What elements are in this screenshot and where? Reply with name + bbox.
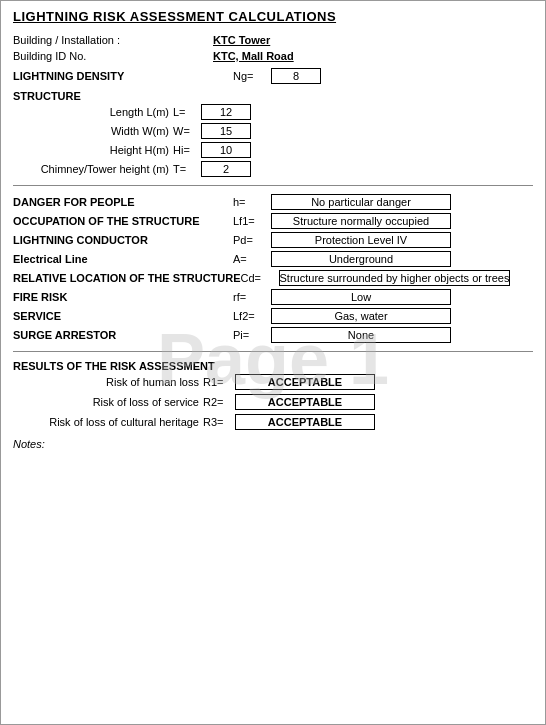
- param-label-5: FIRE RISK: [13, 291, 233, 303]
- param-label-6: SERVICE: [13, 310, 233, 322]
- param-row-0: DANGER FOR PEOPLEh=No particular danger: [13, 194, 533, 210]
- height-row: Height H(m) Hi= 10: [13, 142, 533, 158]
- param-row-1: OCCUPATION OF THE STRUCTURELf1=Structure…: [13, 213, 533, 229]
- param-row-2: LIGHTNING CONDUCTORPd=Protection Level I…: [13, 232, 533, 248]
- param-value-4: Structure surrounded by higher objects o…: [279, 270, 511, 286]
- param-value-5: Low: [271, 289, 451, 305]
- chimney-eq: T=: [173, 163, 201, 175]
- param-label-1: OCCUPATION OF THE STRUCTURE: [13, 215, 233, 227]
- result-name-2: Risk of loss of cultural heritage: [13, 416, 203, 428]
- result-eq-1: R2=: [203, 396, 235, 408]
- building-id-value: KTC, Mall Road: [213, 50, 294, 62]
- param-eq-7: Pi=: [233, 329, 271, 341]
- length-eq: L=: [173, 106, 201, 118]
- chimney-label: Chimney/Tower height (m): [13, 163, 173, 175]
- result-eq-2: R3=: [203, 416, 235, 428]
- result-row-1: Risk of loss of serviceR2=ACCEPTABLE: [13, 394, 533, 410]
- param-eq-4: Cd=: [241, 272, 279, 284]
- lightning-density-value: 8: [271, 68, 321, 84]
- param-row-7: SURGE ARRESTORPi=None: [13, 327, 533, 343]
- param-row-6: SERVICELf2=Gas, water: [13, 308, 533, 324]
- length-row: Length L(m) L= 12: [13, 104, 533, 120]
- param-eq-0: h=: [233, 196, 271, 208]
- page-title: LIGHTNING RISK ASSESSMENT CALCULATIONS: [13, 9, 533, 24]
- result-value-1: ACCEPTABLE: [235, 394, 375, 410]
- result-row-2: Risk of loss of cultural heritageR3=ACCE…: [13, 414, 533, 430]
- param-eq-1: Lf1=: [233, 215, 271, 227]
- param-eq-2: Pd=: [233, 234, 271, 246]
- chimney-row: Chimney/Tower height (m) T= 2: [13, 161, 533, 177]
- notes-label: Notes:: [13, 438, 533, 450]
- divider-2: [13, 351, 533, 352]
- param-label-2: LIGHTNING CONDUCTOR: [13, 234, 233, 246]
- length-label: Length L(m): [13, 106, 173, 118]
- results-title: RESULTS OF THE RISK ASSESSMENT: [13, 360, 533, 372]
- result-row-0: Risk of human lossR1=ACCEPTABLE: [13, 374, 533, 390]
- width-row: Width W(m) W= 15: [13, 123, 533, 139]
- param-row-5: FIRE RISKrf=Low: [13, 289, 533, 305]
- param-value-3: Underground: [271, 251, 451, 267]
- result-eq-0: R1=: [203, 376, 235, 388]
- width-label: Width W(m): [13, 125, 173, 137]
- height-eq: Hi=: [173, 144, 201, 156]
- param-value-6: Gas, water: [271, 308, 451, 324]
- param-value-7: None: [271, 327, 451, 343]
- lightning-density-row: LIGHTNING DENSITY Ng= 8: [13, 68, 533, 84]
- results-container: Risk of human lossR1=ACCEPTABLERisk of l…: [13, 374, 533, 430]
- param-label-0: DANGER FOR PEOPLE: [13, 196, 233, 208]
- param-row-4: RELATIVE LOCATION OF THE STRUCTURECd=Str…: [13, 270, 533, 286]
- param-value-0: No particular danger: [271, 194, 451, 210]
- result-name-1: Risk of loss of service: [13, 396, 203, 408]
- params-container: DANGER FOR PEOPLEh=No particular dangerO…: [13, 194, 533, 343]
- lightning-density-eq: Ng=: [233, 70, 271, 82]
- result-name-0: Risk of human loss: [13, 376, 203, 388]
- chimney-value: 2: [201, 161, 251, 177]
- param-eq-6: Lf2=: [233, 310, 271, 322]
- divider-1: [13, 185, 533, 186]
- result-value-2: ACCEPTABLE: [235, 414, 375, 430]
- param-label-7: SURGE ARRESTOR: [13, 329, 233, 341]
- building-row: Building / Installation : KTC Tower: [13, 34, 533, 46]
- height-label: Height H(m): [13, 144, 173, 156]
- building-label: Building / Installation :: [13, 34, 213, 46]
- param-value-1: Structure normally occupied: [271, 213, 451, 229]
- building-value: KTC Tower: [213, 34, 270, 46]
- param-eq-5: rf=: [233, 291, 271, 303]
- param-label-4: RELATIVE LOCATION OF THE STRUCTURE: [13, 272, 241, 284]
- param-row-3: Electrical LineA=Underground: [13, 251, 533, 267]
- lightning-density-label: LIGHTNING DENSITY: [13, 70, 233, 82]
- result-value-0: ACCEPTABLE: [235, 374, 375, 390]
- building-id-label: Building ID No.: [13, 50, 213, 62]
- building-id-row: Building ID No. KTC, Mall Road: [13, 50, 533, 62]
- structure-title: STRUCTURE: [13, 90, 533, 102]
- param-label-3: Electrical Line: [13, 253, 233, 265]
- width-value: 15: [201, 123, 251, 139]
- length-value: 12: [201, 104, 251, 120]
- width-eq: W=: [173, 125, 201, 137]
- param-eq-3: A=: [233, 253, 271, 265]
- param-value-2: Protection Level IV: [271, 232, 451, 248]
- height-value: 10: [201, 142, 251, 158]
